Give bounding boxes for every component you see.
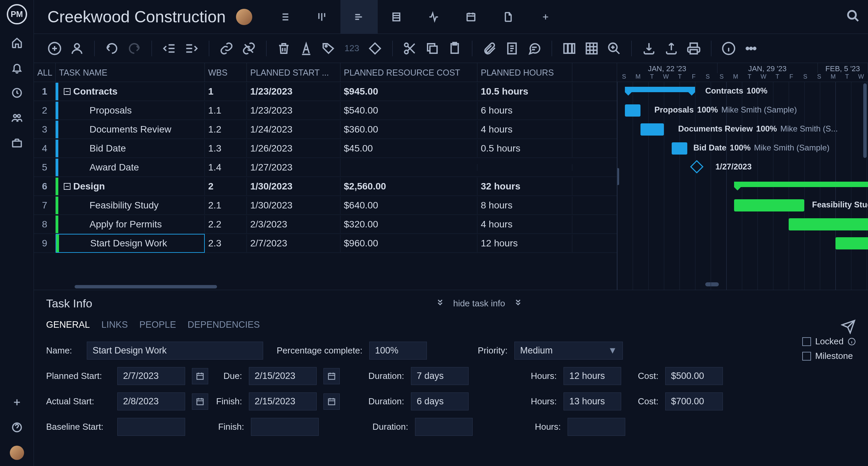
home-icon[interactable] xyxy=(10,36,24,49)
tag-icon[interactable] xyxy=(320,40,337,57)
gantt-bar[interactable] xyxy=(734,199,804,211)
table-row[interactable]: 6 −Design 2 1/30/2023 $2,560.00 32 hours xyxy=(34,177,617,196)
calendar-icon[interactable] xyxy=(192,393,208,410)
tab-general[interactable]: GENERAL xyxy=(46,320,90,330)
hide-task-info-link[interactable]: hide task info xyxy=(453,298,505,309)
locked-checkbox[interactable]: Locked xyxy=(802,336,856,347)
import-icon[interactable] xyxy=(640,40,657,57)
comment-icon[interactable] xyxy=(526,40,543,57)
due-input[interactable] xyxy=(249,367,317,385)
more-icon[interactable] xyxy=(743,40,760,57)
undo-icon[interactable] xyxy=(103,40,120,57)
baseline-hours-input[interactable] xyxy=(568,418,625,436)
priority-select[interactable]: Medium▼ xyxy=(514,342,623,360)
baseline-finish-input[interactable] xyxy=(251,418,319,436)
help-icon[interactable] xyxy=(10,421,24,434)
send-icon[interactable] xyxy=(841,319,856,336)
planned-start-input[interactable] xyxy=(117,367,185,385)
col-cost[interactable]: PLANNED RESOURCE COST xyxy=(340,63,477,82)
notes-icon[interactable] xyxy=(504,40,520,57)
view-sheet-icon[interactable] xyxy=(378,0,415,34)
table-row[interactable]: 5 Award Date 1.4 1/27/2023 xyxy=(34,158,617,177)
unlink-icon[interactable] xyxy=(240,40,257,57)
collapse-icon[interactable]: − xyxy=(64,88,71,95)
hours-input[interactable] xyxy=(564,367,621,385)
assign-icon[interactable] xyxy=(68,40,85,57)
duration-input[interactable] xyxy=(411,367,469,385)
tab-dependencies[interactable]: DEPENDENCIES xyxy=(188,320,260,330)
cost-input[interactable] xyxy=(665,367,723,385)
baseline-duration-input[interactable] xyxy=(415,418,473,436)
calendar-icon[interactable] xyxy=(323,393,340,410)
bell-icon[interactable] xyxy=(10,61,24,75)
table-row[interactable]: 1 −Contracts 1 1/23/2023 $945.00 10.5 ho… xyxy=(34,82,617,101)
gantt-bar[interactable] xyxy=(734,182,868,187)
outdent-icon[interactable] xyxy=(161,40,178,57)
table-row[interactable]: 2 Proposals 1.1 1/23/2023 $540.00 6 hour… xyxy=(34,101,617,120)
table-row[interactable]: 3 Documents Review 1.2 1/24/2023 $360.00… xyxy=(34,120,617,139)
collapse-icon[interactable]: − xyxy=(64,183,71,190)
gantt-bar[interactable] xyxy=(625,104,640,117)
chevron-down-double-icon[interactable] xyxy=(513,298,523,309)
text-color-icon[interactable] xyxy=(298,40,315,57)
export-icon[interactable] xyxy=(663,40,680,57)
gantt-bar[interactable] xyxy=(672,142,687,155)
user-avatar-small[interactable] xyxy=(10,446,24,460)
pct-input[interactable] xyxy=(369,342,427,360)
tab-links[interactable]: LINKS xyxy=(101,320,128,330)
actual-hours-input[interactable] xyxy=(564,392,621,410)
calendar-icon[interactable] xyxy=(323,368,340,384)
gantt-bar[interactable] xyxy=(835,237,868,249)
baseline-start-input[interactable] xyxy=(117,418,185,436)
project-avatar[interactable] xyxy=(236,9,252,25)
col-all[interactable]: ALL xyxy=(34,63,56,82)
cut-icon[interactable] xyxy=(401,40,418,57)
name-input[interactable] xyxy=(87,342,263,360)
col-name[interactable]: TASK NAME xyxy=(56,63,205,82)
view-calendar-icon[interactable] xyxy=(452,0,490,34)
zoom-icon[interactable] xyxy=(606,40,623,57)
renumber-label[interactable]: 123 xyxy=(342,43,361,54)
milestone-checkbox[interactable]: Milestone xyxy=(802,351,856,361)
table-hscroll[interactable] xyxy=(34,284,617,290)
clock-icon[interactable] xyxy=(10,86,24,100)
link-icon[interactable] xyxy=(218,40,235,57)
gantt-bar[interactable] xyxy=(625,87,695,92)
chevron-down-double-icon[interactable] xyxy=(435,298,445,309)
info-icon[interactable] xyxy=(720,40,737,57)
view-list-icon[interactable] xyxy=(266,0,303,34)
tab-people[interactable]: PEOPLE xyxy=(139,320,176,330)
table-row[interactable]: 7 Feasibility Study 2.1 1/30/2023 $640.0… xyxy=(34,196,617,215)
users-icon[interactable] xyxy=(10,111,24,125)
gantt-hscroll[interactable] xyxy=(617,282,868,287)
app-logo[interactable]: PM xyxy=(7,4,27,24)
calendar-icon[interactable] xyxy=(192,368,208,384)
gantt-body[interactable]: Contracts 100%Proposals 100% Mike Smith … xyxy=(617,82,868,290)
view-board-icon[interactable] xyxy=(303,0,340,34)
indent-icon[interactable] xyxy=(183,40,200,57)
table-row[interactable]: 8 Apply for Permits 2.2 2/3/2023 $320.00… xyxy=(34,215,617,234)
milestone-icon[interactable] xyxy=(367,40,383,57)
view-files-icon[interactable] xyxy=(490,0,527,34)
actual-cost-input[interactable] xyxy=(665,392,723,410)
redo-icon[interactable] xyxy=(126,40,143,57)
delete-icon[interactable] xyxy=(275,40,292,57)
view-dashboard-icon[interactable] xyxy=(415,0,452,34)
search-icon[interactable] xyxy=(846,9,860,25)
finish-input[interactable] xyxy=(249,392,317,410)
paste-icon[interactable] xyxy=(446,40,463,57)
plus-icon[interactable] xyxy=(10,396,24,409)
col-wbs[interactable]: WBS xyxy=(205,63,247,82)
view-add-icon[interactable] xyxy=(527,0,564,34)
view-gantt-icon[interactable] xyxy=(340,0,378,34)
attachment-icon[interactable] xyxy=(481,40,498,57)
print-icon[interactable] xyxy=(685,40,702,57)
gantt-bar[interactable] xyxy=(789,218,868,230)
col-hours[interactable]: PLANNED HOURS xyxy=(477,63,572,82)
gantt-bar[interactable] xyxy=(640,123,664,136)
add-task-icon[interactable] xyxy=(46,40,63,57)
columns-icon[interactable] xyxy=(561,40,578,57)
copy-icon[interactable] xyxy=(424,40,441,57)
table-row[interactable]: 9 Start Design Work 2.3 2/7/2023 $960.00… xyxy=(34,234,617,253)
briefcase-icon[interactable] xyxy=(10,136,24,150)
